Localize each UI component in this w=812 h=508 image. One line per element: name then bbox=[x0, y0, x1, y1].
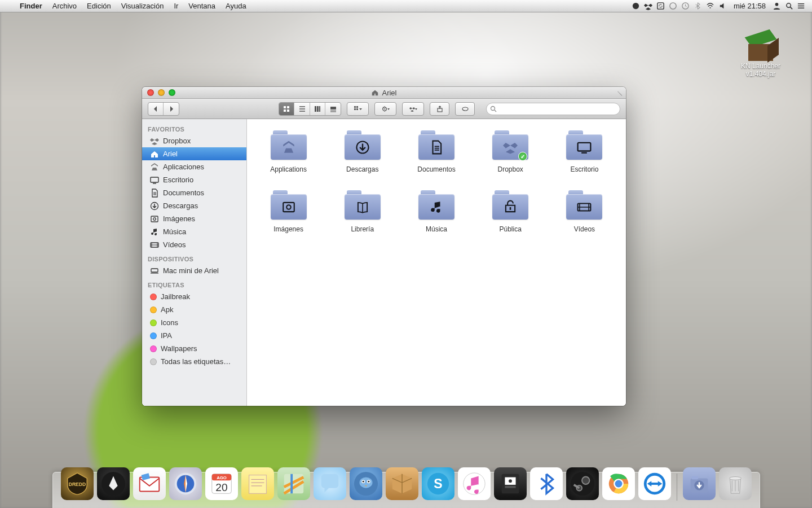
folder-vídeos[interactable]: Vídeos bbox=[554, 189, 615, 233]
volume-status-icon[interactable] bbox=[717, 0, 729, 12]
menu-edicion[interactable]: Edición bbox=[82, 0, 116, 12]
dock-app-mail[interactable] bbox=[133, 467, 166, 500]
dock-app-dredd[interactable]: DREDD bbox=[61, 467, 94, 500]
list-view-button[interactable] bbox=[294, 103, 310, 115]
share-button[interactable] bbox=[430, 102, 449, 116]
app-menu[interactable]: Finder bbox=[15, 0, 47, 12]
action-menu[interactable] bbox=[374, 102, 396, 116]
sidebar-item-label: Todas las etiquetas… bbox=[161, 357, 231, 366]
icon-view-button[interactable] bbox=[279, 103, 294, 115]
menubar-clock[interactable]: mié 21:58 bbox=[729, 2, 770, 10]
dock-app-itunes[interactable] bbox=[458, 467, 491, 500]
svg-point-22 bbox=[384, 108, 385, 110]
sidebar-device[interactable]: Mac mini de Ariel bbox=[142, 264, 246, 277]
column-view-button[interactable] bbox=[310, 103, 325, 115]
svg-rect-36 bbox=[249, 475, 266, 493]
finder-window[interactable]: Ariel bbox=[142, 87, 626, 406]
sync-status-icon[interactable] bbox=[655, 0, 667, 12]
back-button[interactable] bbox=[148, 103, 164, 115]
svg-point-51 bbox=[582, 476, 589, 484]
menu-archivo[interactable]: Archivo bbox=[47, 0, 82, 12]
sidebar-item-dropbox[interactable]: Dropbox bbox=[142, 134, 246, 147]
dock-app-steam[interactable] bbox=[566, 467, 599, 500]
dock-app-teamviewer[interactable] bbox=[638, 467, 671, 500]
menu-ir[interactable]: Ir bbox=[169, 0, 183, 12]
folder-label: Documentos bbox=[406, 165, 466, 173]
wifi-status-icon[interactable] bbox=[704, 0, 717, 12]
window-titlebar[interactable]: Ariel bbox=[142, 87, 626, 99]
dock-app-messages[interactable] bbox=[314, 467, 346, 500]
sidebar-item-aplicaciones[interactable]: Aplicaciones bbox=[142, 160, 246, 173]
dock-app-notes[interactable] bbox=[241, 467, 274, 500]
desktop-file-kn-launcher[interactable]: KN Launcher v1.404.jar bbox=[730, 28, 792, 78]
svg-rect-12 bbox=[287, 110, 289, 112]
sidebar-tag-apk[interactable]: Apk bbox=[142, 303, 246, 316]
folder-imágenes[interactable]: Imágenes bbox=[258, 189, 319, 233]
folder-applications[interactable]: Applications bbox=[258, 129, 319, 173]
home-icon bbox=[150, 150, 159, 159]
spotlight-icon[interactable] bbox=[783, 0, 795, 12]
status-icon[interactable] bbox=[630, 0, 642, 12]
sidebar-item-descargas[interactable]: Descargas bbox=[142, 199, 246, 212]
folder-pública[interactable]: Pública bbox=[480, 189, 541, 233]
folder-icon bbox=[416, 189, 457, 222]
dock-app-safari[interactable] bbox=[169, 467, 202, 500]
menu-ventana[interactable]: Ventana bbox=[183, 0, 220, 12]
notification-center-icon[interactable] bbox=[795, 0, 807, 12]
sidebar-tag-ipa[interactable]: IPA bbox=[142, 329, 246, 342]
sidebar-tag-jailbreak[interactable]: Jailbreak bbox=[142, 290, 246, 303]
dock-app-launchpad[interactable] bbox=[97, 467, 130, 500]
forward-button[interactable] bbox=[164, 103, 179, 115]
sidebar-item-imágenes[interactable]: Imágenes bbox=[142, 212, 246, 225]
dock-trash[interactable] bbox=[719, 467, 752, 500]
sidebar-item-vídeos[interactable]: Vídeos bbox=[142, 238, 246, 251]
folder-label: Vídeos bbox=[554, 225, 615, 233]
tag-color-dot bbox=[150, 345, 157, 352]
finder-search[interactable] bbox=[486, 103, 620, 115]
folder-dropbox[interactable]: Dropbox bbox=[480, 129, 541, 173]
svg-rect-49 bbox=[505, 485, 515, 488]
dock-downloads-stack[interactable] bbox=[683, 467, 716, 500]
dock-app-calendar[interactable]: AGO20 bbox=[205, 467, 238, 500]
arrange-menu[interactable] bbox=[347, 102, 369, 116]
folder-label: Escritorio bbox=[554, 165, 615, 173]
folder-librería[interactable]: Librería bbox=[332, 189, 392, 233]
dock-app-maps[interactable] bbox=[277, 467, 310, 500]
folder-documentos[interactable]: Documentos bbox=[406, 129, 466, 173]
clock-status-icon[interactable] bbox=[679, 0, 692, 12]
folder-escritorio[interactable]: Escritorio bbox=[554, 129, 615, 173]
tags-button[interactable] bbox=[455, 102, 475, 116]
dock-app-bluetooth[interactable] bbox=[530, 467, 563, 500]
dock-app-package[interactable] bbox=[386, 467, 418, 500]
sidebar-item-documentos[interactable]: Documentos bbox=[142, 186, 246, 199]
sidebar-item-música[interactable]: Música bbox=[142, 225, 246, 238]
folder-música[interactable]: Música bbox=[406, 189, 466, 233]
svg-point-7 bbox=[797, 6, 798, 7]
sidebar-tag-icons[interactable]: Icons bbox=[142, 316, 246, 329]
dropbox-status-icon[interactable] bbox=[642, 0, 655, 12]
search-input[interactable] bbox=[499, 105, 616, 113]
dock-app-tweetbot[interactable] bbox=[350, 467, 382, 500]
search-icon bbox=[490, 106, 497, 112]
dropbox-menu[interactable] bbox=[402, 102, 424, 116]
svg-point-62 bbox=[729, 476, 741, 480]
user-menu-icon[interactable] bbox=[770, 0, 783, 12]
dock-app-skype[interactable]: S bbox=[422, 467, 454, 500]
finder-content[interactable]: ApplicationsDescargasDocumentosDropboxEs… bbox=[247, 119, 626, 406]
sidebar-item-label: Apk bbox=[161, 305, 173, 314]
window-fullscreen-icon[interactable] bbox=[616, 89, 624, 97]
sidebar-tag-todas las etiquetas…[interactable]: Todas las etiquetas… bbox=[142, 355, 246, 368]
svg-point-25 bbox=[491, 106, 495, 110]
dock-app-chrome[interactable] bbox=[602, 467, 635, 500]
sidebar-item-escritorio[interactable]: Escritorio bbox=[142, 173, 246, 186]
menu-visualizacion[interactable]: Visualización bbox=[116, 0, 169, 12]
sidebar-item-ariel[interactable]: Ariel bbox=[142, 147, 246, 160]
timemachine-icon[interactable] bbox=[667, 0, 679, 12]
dock-app-devcenter[interactable] bbox=[494, 467, 527, 500]
folder-descargas[interactable]: Descargas bbox=[332, 129, 392, 173]
svg-point-24 bbox=[462, 107, 468, 111]
menu-ayuda[interactable]: Ayuda bbox=[220, 0, 251, 12]
sidebar-tag-wallpapers[interactable]: Wallpapers bbox=[142, 342, 246, 355]
bluetooth-status-icon[interactable] bbox=[692, 0, 704, 12]
coverflow-view-button[interactable] bbox=[325, 103, 341, 115]
